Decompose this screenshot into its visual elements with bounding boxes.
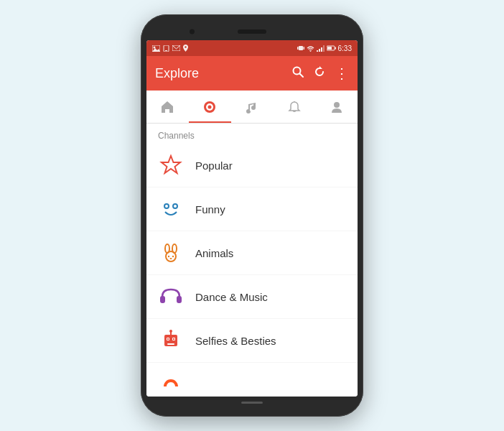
svg-rect-34 (160, 296, 165, 303)
svg-point-6 (185, 46, 186, 47)
svg-marker-20 (319, 66, 322, 69)
mail-icon (172, 45, 180, 51)
phone-screen: 6:33 Explore ⋮ (146, 40, 358, 397)
channel-animals[interactable]: Animals (146, 231, 358, 275)
channel-partial[interactable] (146, 363, 358, 397)
content-area: Channels Popular (146, 124, 358, 397)
svg-point-10 (309, 50, 311, 51)
popular-icon (158, 152, 184, 178)
svg-rect-11 (317, 50, 318, 52)
svg-rect-4 (165, 50, 167, 51)
svg-point-30 (172, 244, 177, 253)
selfies-icon (158, 328, 184, 353)
app-bar-actions: ⋮ (291, 65, 349, 81)
svg-rect-14 (323, 45, 325, 52)
search-button[interactable] (291, 65, 304, 81)
channels-section-header: Channels (146, 124, 358, 144)
tab-explore[interactable] (189, 91, 231, 123)
signal-icon (317, 45, 325, 52)
image-icon (152, 45, 160, 52)
phone-icon (163, 45, 169, 52)
channel-dance[interactable]: Dance & Music (146, 275, 358, 319)
svg-rect-8 (297, 47, 299, 50)
tab-music[interactable] (231, 91, 274, 123)
phone-camera (190, 29, 195, 34)
status-time: 6:33 (338, 45, 352, 52)
svg-rect-35 (177, 296, 182, 303)
channel-funny-label: Funny (195, 203, 225, 216)
wifi-icon (307, 45, 314, 52)
svg-point-43 (169, 330, 172, 333)
svg-rect-9 (303, 47, 304, 50)
funny-icon (158, 196, 184, 222)
phone-speaker (238, 29, 266, 34)
vibrate-icon (297, 45, 304, 52)
channel-funny[interactable]: Funny (146, 187, 358, 231)
svg-rect-13 (321, 47, 322, 52)
status-bar: 6:33 (146, 40, 358, 56)
tab-profile[interactable] (315, 91, 358, 123)
svg-rect-16 (335, 47, 336, 50)
svg-point-23 (208, 105, 212, 108)
channel-selfies[interactable]: Selfies & Besties (146, 319, 358, 363)
svg-point-26 (164, 204, 169, 208)
svg-rect-40 (173, 338, 174, 340)
app-bar: Explore ⋮ (146, 56, 358, 91)
app-bar-title: Explore (155, 66, 291, 81)
svg-point-27 (173, 204, 177, 208)
status-icons-left (152, 45, 188, 52)
battery-icon (327, 45, 336, 51)
status-icons-right: 6:33 (297, 45, 352, 52)
phone-bottom (146, 397, 358, 408)
partial-icon (158, 371, 184, 397)
svg-point-25 (334, 102, 340, 108)
channel-dance-label: Dance & Music (195, 291, 268, 303)
tab-notifications[interactable] (273, 91, 315, 123)
svg-point-33 (170, 258, 172, 259)
channel-selfies-label: Selfies & Besties (195, 335, 276, 347)
dance-icon (158, 284, 184, 310)
animals-icon (158, 240, 184, 266)
phone-frame: 6:33 Explore ⋮ (141, 14, 363, 417)
channel-animals-label: Animals (195, 247, 233, 259)
refresh-button[interactable] (313, 65, 326, 81)
svg-rect-12 (319, 49, 320, 52)
svg-line-19 (300, 74, 304, 78)
phone-top-bar (146, 23, 358, 40)
svg-marker-1 (152, 48, 160, 52)
channel-popular-label: Popular (195, 159, 233, 172)
pin-icon (183, 45, 188, 52)
tab-home[interactable] (146, 91, 189, 123)
svg-point-32 (172, 256, 174, 257)
channel-popular[interactable]: Popular (146, 144, 358, 187)
tab-bar (146, 91, 358, 124)
svg-rect-39 (167, 338, 169, 340)
svg-rect-17 (327, 47, 332, 50)
svg-point-2 (154, 46, 156, 48)
more-button[interactable]: ⋮ (335, 66, 349, 80)
svg-point-31 (168, 256, 169, 257)
home-indicator (241, 402, 263, 404)
svg-rect-41 (167, 343, 174, 345)
svg-rect-7 (299, 46, 303, 50)
svg-point-29 (165, 244, 169, 253)
